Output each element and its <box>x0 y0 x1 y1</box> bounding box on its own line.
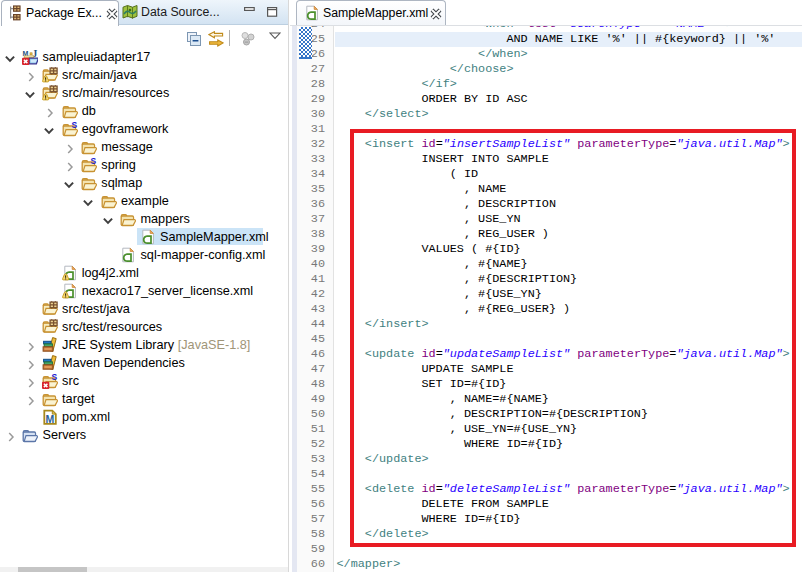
svg-text:S: S <box>91 157 97 166</box>
svg-text:S: S <box>52 373 58 382</box>
svg-text:M: M <box>46 413 55 425</box>
svg-text:S: S <box>71 121 77 130</box>
